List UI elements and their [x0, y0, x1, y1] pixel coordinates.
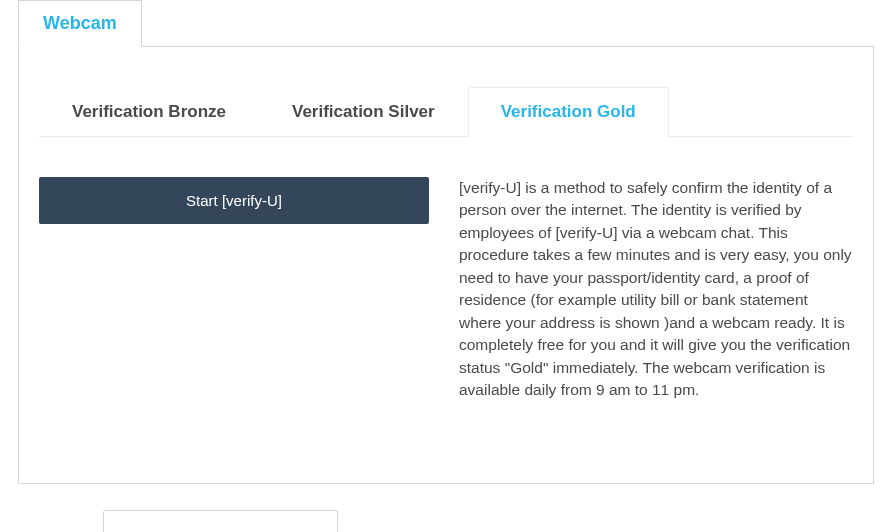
partial-offscreen-box	[103, 510, 338, 532]
action-column: Start [verify-U]	[39, 177, 429, 402]
gold-tab-content: Start [verify-U] [verify-U] is a method …	[39, 177, 853, 402]
start-verify-u-button[interactable]: Start [verify-U]	[39, 177, 429, 224]
tab-verification-bronze[interactable]: Verification Bronze	[39, 87, 259, 137]
tab-verification-silver[interactable]: Verification Silver	[259, 87, 468, 137]
description-column: [verify-U] is a method to safely confirm…	[459, 177, 853, 402]
tab-verification-gold[interactable]: Verification Gold	[468, 87, 669, 137]
webcam-panel: Verification Bronze Verification Silver …	[18, 46, 874, 484]
verify-u-description: [verify-U] is a method to safely confirm…	[459, 177, 853, 402]
tab-webcam[interactable]: Webcam	[18, 0, 142, 47]
outer-tab-bar: Webcam	[0, 0, 892, 47]
verification-tab-bar: Verification Bronze Verification Silver …	[39, 87, 853, 137]
